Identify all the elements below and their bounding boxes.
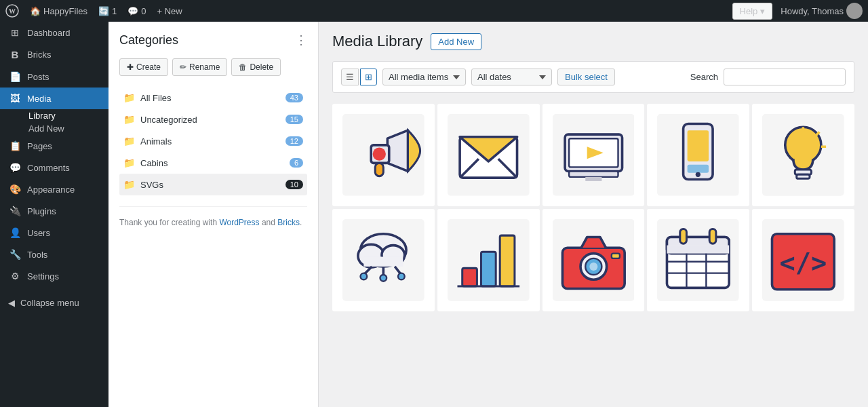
- media-library-title: Media Library: [332, 33, 422, 50]
- media-item[interactable]: [542, 104, 645, 206]
- folder-icon: 📁: [123, 157, 135, 168]
- categories-menu-icon[interactable]: ⋮: [295, 33, 307, 47]
- media-toolbar: ☰ ⊞ All media items Images Audio Video D…: [332, 61, 854, 93]
- grid-view-icon: ⊞: [365, 72, 372, 82]
- sidebar-item-dashboard[interactable]: ⊞ Dashboard: [0, 22, 108, 43]
- svg-rect-5: [375, 163, 383, 176]
- bulk-select-button[interactable]: Bulk select: [557, 69, 615, 85]
- svg-rect-56: [680, 229, 687, 244]
- svg-rect-51: [612, 254, 620, 258]
- posts-icon: 📄: [8, 71, 22, 82]
- sidebar-item-posts[interactable]: 📄 Posts: [0, 66, 108, 88]
- category-list: 📁 All Files 43 📁 Uncategorized 15 📁 Anim…: [119, 87, 307, 195]
- user-avatar: [846, 3, 863, 19]
- plus-icon: ✚: [127, 62, 134, 72]
- media-type-filter[interactable]: All media items Images Audio Video Docum…: [382, 69, 466, 85]
- rename-button[interactable]: ✏ Rename: [172, 58, 227, 76]
- list-view-button[interactable]: ☰: [341, 69, 359, 85]
- new-content-button[interactable]: + New: [157, 6, 182, 16]
- updates-icon: 🔄: [98, 6, 109, 16]
- sidebar-sub-add-new[interactable]: Add New: [0, 122, 108, 135]
- svg-point-50: [589, 263, 597, 271]
- media-item[interactable]: [437, 209, 540, 311]
- topbar-left: W 🏠 HappyFiles 🔄 1 💬 0 + New: [5, 4, 182, 18]
- bricks-link[interactable]: Bricks: [277, 218, 300, 227]
- svg-rect-55: [667, 245, 730, 253]
- media-icon: 🖼: [8, 93, 22, 104]
- sidebar-item-bricks[interactable]: B Bricks: [0, 43, 108, 66]
- category-uncategorized[interactable]: 📁 Uncategorized 15: [119, 109, 307, 130]
- search-label: Search: [690, 72, 718, 82]
- wordpress-link[interactable]: WordPress: [219, 218, 259, 227]
- media-item[interactable]: [647, 104, 749, 206]
- categories-title: Categories: [119, 33, 178, 47]
- folder-icon: 📁: [123, 92, 135, 103]
- media-item[interactable]: [647, 209, 749, 311]
- media-item[interactable]: </>: [752, 209, 854, 311]
- category-animals[interactable]: 📁 Animals 12: [119, 130, 307, 152]
- media-item[interactable]: [542, 209, 645, 311]
- comments-link[interactable]: 💬 0: [127, 6, 146, 16]
- svg-rect-34: [363, 256, 403, 266]
- settings-icon: ⚙: [8, 271, 22, 282]
- sidebar-item-appearance[interactable]: 🎨 Appearance: [0, 178, 108, 200]
- collapse-menu-button[interactable]: ◀ Collapse menu: [0, 292, 108, 313]
- svg-rect-57: [710, 229, 717, 244]
- bricks-icon: B: [8, 49, 22, 60]
- content-area: Categories ⋮ ✚ Create ✏ Rename 🗑 Delete: [108, 22, 868, 407]
- svg-point-36: [361, 273, 368, 280]
- media-library-panel: Media Library Add New ☰ ⊞ All media item…: [319, 22, 868, 407]
- wp-logo-icon[interactable]: W: [5, 4, 19, 18]
- sidebar-item-pages[interactable]: 📋 Pages: [0, 135, 108, 157]
- svg-rect-26: [797, 174, 810, 178]
- svg-marker-3: [387, 130, 408, 171]
- sidebar-sub-library[interactable]: Library: [0, 109, 108, 122]
- comments-icon: 💬: [127, 6, 138, 16]
- search-input[interactable]: [724, 69, 846, 85]
- view-toggle: ☰ ⊞: [341, 69, 377, 85]
- sidebar-item-plugins[interactable]: 🔌 Plugins: [0, 200, 108, 222]
- main-layout: ⊞ Dashboard B Bricks 📄 Posts 🖼 Media Lib…: [0, 22, 868, 407]
- delete-button[interactable]: 🗑 Delete: [231, 58, 281, 76]
- media-item[interactable]: [332, 209, 435, 311]
- add-new-button[interactable]: Add New: [431, 33, 481, 50]
- tools-icon: 🔧: [8, 249, 22, 260]
- category-svgs[interactable]: 📁 SVGs 10: [119, 174, 307, 195]
- sidebar-item-comments[interactable]: 💬 Comments: [0, 157, 108, 178]
- svg-rect-42: [462, 268, 477, 286]
- media-library-header: Media Library Add New: [332, 33, 854, 50]
- folder-icon: 📁: [123, 114, 135, 125]
- list-view-icon: ☰: [346, 72, 354, 82]
- svg-rect-43: [481, 252, 496, 286]
- svg-rect-44: [500, 235, 515, 286]
- svg-point-6: [373, 148, 386, 161]
- media-item[interactable]: [332, 104, 435, 206]
- sidebar-item-media[interactable]: 🖼 Media: [0, 88, 108, 109]
- panel-footer: Thank you for creating with WordPress an…: [119, 206, 307, 227]
- sidebar-item-settings[interactable]: ⚙ Settings: [0, 265, 108, 287]
- svg-rect-17: [585, 177, 601, 181]
- folder-icon: 📁: [123, 136, 135, 147]
- pages-icon: 📋: [8, 140, 22, 151]
- help-button[interactable]: Help ▾: [732, 3, 773, 20]
- sidebar-item-users[interactable]: 👤 Users: [0, 222, 108, 244]
- grid-view-button[interactable]: ⊞: [360, 69, 377, 85]
- category-all-files[interactable]: 📁 All Files 43: [119, 87, 307, 109]
- topbar: W 🏠 HappyFiles 🔄 1 💬 0 + New Help ▾ Howd…: [0, 0, 868, 22]
- svg-text:</>: </>: [780, 248, 827, 278]
- users-icon: 👤: [8, 227, 22, 238]
- pencil-icon: ✏: [180, 62, 186, 72]
- svg-text:W: W: [9, 7, 16, 15]
- media-item[interactable]: [752, 104, 854, 206]
- create-button[interactable]: ✚ Create: [119, 58, 168, 76]
- plugins-icon: 🔌: [8, 206, 22, 216]
- updates-link[interactable]: 🔄 1: [98, 6, 117, 16]
- date-filter[interactable]: All dates January 2024 February 2024: [471, 69, 552, 85]
- svg-rect-16: [569, 172, 618, 177]
- site-name[interactable]: 🏠 HappyFiles: [30, 6, 87, 16]
- media-item[interactable]: [437, 104, 540, 206]
- category-cabins[interactable]: 📁 Cabins 6: [119, 152, 307, 174]
- user-greeting[interactable]: Howdy, Thomas: [781, 3, 863, 19]
- svg-point-22: [696, 172, 701, 177]
- sidebar-item-tools[interactable]: 🔧 Tools: [0, 244, 108, 265]
